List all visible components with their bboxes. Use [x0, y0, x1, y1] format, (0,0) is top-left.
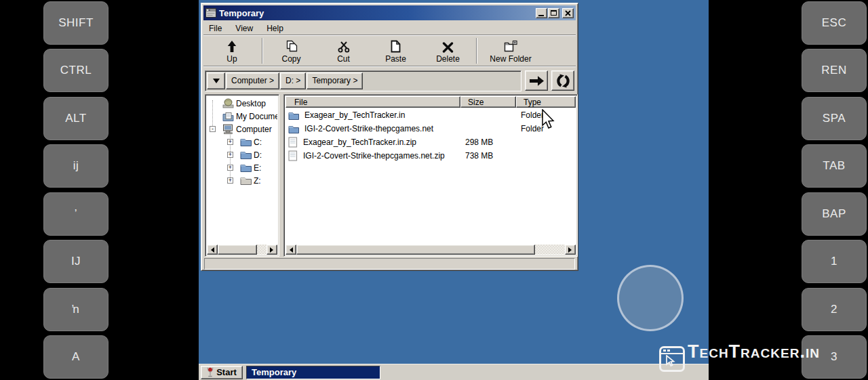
key-1[interactable]: 1 — [802, 240, 867, 283]
address-field[interactable]: Computer > D: > Temporary > — [205, 70, 521, 91]
scrollbar-thumb[interactable] — [296, 245, 535, 255]
breadcrumb-drive-d[interactable]: D: > — [280, 72, 306, 89]
tree-collapse-icon[interactable]: - — [210, 126, 216, 132]
minimize-icon — [538, 15, 544, 16]
key-ren[interactable]: REN — [802, 49, 867, 92]
file-manager-window: Temporary File View Help — [201, 3, 578, 271]
file-row[interactable]: IGI-2-Covert-Strike-thepcgames.net.zip 7… — [285, 149, 576, 163]
taskbar-task-temporary[interactable]: Temporary — [246, 366, 380, 379]
key-esc[interactable]: ESC — [802, 1, 867, 45]
key-2[interactable]: 2 — [802, 288, 867, 331]
copy-button[interactable]: Copy — [265, 37, 317, 65]
paste-button[interactable]: Paste — [370, 37, 422, 65]
toolbar-separator — [262, 38, 263, 64]
tree-body: Desktop My Docume — [207, 97, 277, 244]
tree-item-drive-e[interactable]: + E: — [207, 161, 277, 174]
menu-view[interactable]: View — [232, 24, 259, 33]
mouse-cursor-icon — [541, 109, 556, 132]
menu-separator — [203, 35, 576, 36]
right-arrow-icon — [529, 75, 545, 87]
tree-horizontal-scrollbar[interactable] — [207, 245, 277, 255]
breadcrumb-computer[interactable]: Computer > — [226, 72, 279, 89]
go-button[interactable] — [525, 70, 548, 91]
menu-help[interactable]: Help — [263, 24, 290, 33]
delete-x-icon — [442, 40, 454, 53]
key-apostrophe[interactable]: ’ — [43, 192, 108, 236]
window-title: Temporary — [219, 8, 264, 18]
drive-folder-gray-icon — [240, 176, 252, 185]
column-header-file[interactable]: File — [285, 96, 460, 108]
scroll-left-button[interactable] — [285, 245, 296, 255]
maximize-button[interactable] — [548, 8, 559, 18]
key-ij[interactable]: ij — [43, 144, 108, 188]
tree-item-my-documents[interactable]: My Docume — [207, 110, 277, 123]
tree-expand-icon[interactable]: + — [227, 139, 233, 145]
key-n-apostrophe[interactable]: ŉ — [43, 288, 108, 331]
cut-button[interactable]: Cut — [317, 37, 370, 65]
triangle-right-icon — [270, 247, 276, 253]
virtual-keys-left: SHIFT CTRL ALT ij ’ IJ ŉ A — [43, 1, 108, 379]
key-tab[interactable]: TAB — [802, 144, 867, 188]
copy-pages-icon — [285, 40, 298, 53]
tree-item-drive-z[interactable]: + Z: — [207, 174, 277, 187]
taskbar: Start Temporary — [199, 364, 709, 380]
virtual-keys-right: ESC REN SPA TAB BAP 1 2 3 — [802, 1, 867, 379]
toolbar: Up Copy — [204, 37, 575, 65]
screen: SHIFT CTRL ALT ij ’ IJ ŉ A ESC REN SPA T… — [0, 0, 868, 380]
folder-icon — [288, 125, 299, 133]
scrollbar-thumb[interactable] — [218, 245, 257, 255]
tree-item-desktop[interactable]: Desktop — [207, 97, 277, 110]
scroll-right-button[interactable] — [267, 245, 277, 255]
minimize-button[interactable] — [536, 8, 547, 18]
breadcrumb-temporary[interactable]: Temporary > — [307, 72, 363, 89]
key-a[interactable]: A — [43, 335, 108, 379]
triangle-left-icon — [287, 247, 293, 253]
maximize-icon — [551, 10, 557, 16]
key-alt[interactable]: ALT — [43, 97, 108, 140]
list-rows: Exagear_by_TechTracker.in Folder IGI-2-C… — [285, 108, 576, 163]
documents-folder-icon — [222, 112, 234, 121]
tree-item-drive-d[interactable]: + D: — [207, 148, 277, 161]
triangle-right-icon — [568, 247, 574, 253]
file-row[interactable]: Exagear_by_TechTracker.in Folder — [285, 108, 576, 122]
delete-button[interactable]: Delete — [422, 37, 474, 65]
new-folder-button[interactable]: New Folder — [479, 37, 542, 65]
tree-item-computer[interactable]: - Computer — [207, 123, 277, 135]
refresh-icon — [556, 74, 570, 88]
drive-folder-icon — [240, 138, 252, 146]
title-bar[interactable]: Temporary — [203, 5, 576, 20]
key-ctrl[interactable]: CTRL — [43, 49, 108, 92]
scroll-right-button[interactable] — [565, 245, 576, 255]
close-icon — [565, 10, 571, 16]
menu-bar: File View Help — [205, 22, 294, 34]
caption-buttons — [536, 8, 574, 18]
tree-item-drive-c[interactable]: + C: — [207, 135, 277, 148]
tree-expand-icon[interactable]: + — [227, 177, 233, 184]
toolbar-separator-line — [203, 66, 576, 67]
up-button[interactable]: Up — [204, 37, 260, 65]
scrollbar-track[interactable] — [535, 245, 565, 255]
joystick-overlay[interactable] — [617, 265, 684, 331]
menu-file[interactable]: File — [205, 24, 228, 33]
tree-expand-icon[interactable]: + — [227, 152, 233, 158]
address-dropdown-button[interactable] — [207, 72, 225, 89]
file-row[interactable]: Exagear_by_TechTracker.in.zip 298 MB — [285, 135, 576, 149]
column-header-type[interactable]: Type — [516, 96, 576, 108]
new-folder-icon — [504, 40, 518, 53]
scrollbar-track[interactable] — [257, 245, 267, 255]
key-bap[interactable]: BAP — [802, 192, 867, 236]
column-header-size[interactable]: Size — [460, 96, 516, 108]
refresh-button[interactable] — [551, 70, 574, 91]
file-row[interactable]: IGI-2-Covert-Strike-thepcgames.net Folde… — [285, 122, 576, 135]
key-ij-cap[interactable]: IJ — [43, 240, 108, 283]
computer-icon — [222, 124, 234, 134]
start-button[interactable]: Start — [201, 366, 243, 379]
scroll-left-button[interactable] — [207, 245, 218, 255]
drive-folder-icon — [240, 150, 252, 159]
close-button[interactable] — [562, 8, 574, 18]
drive-folder-icon — [240, 163, 252, 172]
tree-expand-icon[interactable]: + — [227, 165, 233, 171]
list-horizontal-scrollbar[interactable] — [285, 245, 576, 255]
key-spa[interactable]: SPA — [802, 97, 867, 140]
key-shift[interactable]: SHIFT — [43, 1, 108, 45]
